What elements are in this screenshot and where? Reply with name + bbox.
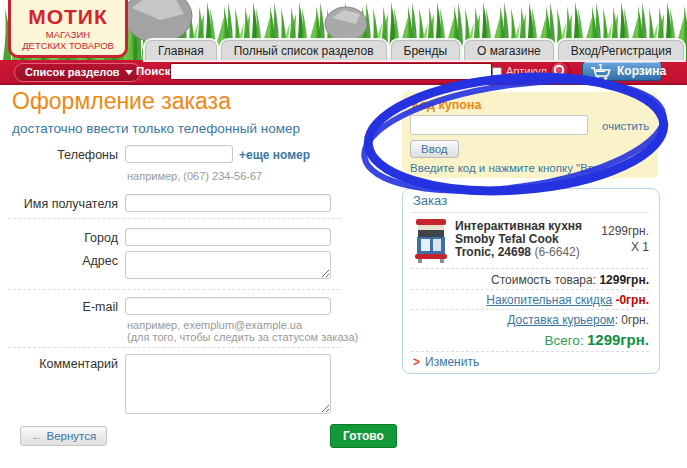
tab-brands[interactable]: Бренды [391,40,460,60]
cumulative-discount-link[interactable]: Накопительная скидка [486,293,612,307]
edit-arrow-icon: > [413,355,420,369]
email-label: E-mail [12,300,118,314]
back-button[interactable]: ←Вернутся [20,426,107,446]
cart-button-label: Корзина [617,64,666,78]
recipient-name-input[interactable] [125,194,331,212]
phones-label: Телефоны [12,148,118,162]
tab-full-section-list[interactable]: Полный список разделов [221,40,387,60]
back-button-label: Вернутся [47,430,97,442]
email-input[interactable] [125,297,331,315]
coupon-title: Код купона [412,98,481,112]
store-logo[interactable]: МОТИК МАГАЗИН ДЕТСКИХ ТОВАРОВ [8,0,128,58]
main-nav: Главная Полный список разделов Бренды О … [145,40,684,60]
page-title: Оформление заказа [12,88,231,115]
edit-order-row: >Изменить [413,355,479,369]
delivery-row: Доставка курьером: 0грн. [507,313,649,327]
comment-label: Комментарий [12,357,118,371]
divider [411,309,649,310]
articul-checkbox[interactable] [492,67,502,77]
add-phone-link[interactable]: +еще номер [239,148,310,162]
subtotal-row: Стоимость товара: 1299грн. [491,273,649,287]
logo-subtitle-1: МАГАЗИН [11,29,125,40]
search-input[interactable] [170,63,492,80]
chevron-down-icon [125,70,133,75]
articul-label: Артикул [506,60,547,83]
coupon-hint: Введите код и нажмите кнопку "Ввод" [410,162,611,174]
total-label: Всего: [544,333,583,348]
coupon-box: Код купона очистить Ввод Введите код и н… [402,92,658,178]
city-input[interactable] [125,228,331,246]
submit-order-button[interactable]: Готово [330,424,397,448]
discount-row: Накопительная скидка -0грн. [486,293,649,307]
discount-value: -0грн. [615,293,649,307]
delivery-value: 0грн. [621,313,649,327]
address-textarea[interactable] [125,251,331,279]
email-hint-2: (для того, чтобы следить за статусом зак… [127,331,358,343]
coupon-clear-link[interactable]: очистить [602,120,649,132]
divider [8,218,340,219]
tab-home[interactable]: Главная [145,40,217,60]
divider [411,212,649,213]
total-value: 1299грн. [587,331,649,348]
divider [411,289,649,290]
coupon-submit-button[interactable]: Ввод [410,140,459,158]
search-label: Поиск [136,60,171,83]
product-name[interactable]: Интерактивная кухня Smoby Tefal Cook Tro… [455,220,587,259]
order-summary-box: Заказ Интерактивная кухня Smoby Tefal Co… [402,188,660,374]
page-subtitle: достаточно ввести только телефонный номе… [12,121,300,136]
address-label: Адрес [12,254,118,268]
divider [8,347,340,348]
toolbar: Список разделов Поиск Артикул 1 Корзина [0,60,687,85]
subtotal-value: 1299грн. [599,273,649,287]
site-header: Главная Полный список разделов Бренды О … [0,0,687,60]
product-quantity: X 1 [631,240,649,254]
cart-button[interactable]: 1 Корзина [582,61,662,81]
recipient-name-label: Имя получателя [12,197,118,211]
tab-about-store[interactable]: О магазине [464,40,554,60]
comment-textarea[interactable] [125,354,331,414]
sections-dropdown-label: Список разделов [25,66,120,78]
order-title: Заказ [413,193,447,208]
cart-count-badge: 1 [596,63,605,72]
phones-input[interactable] [125,145,233,163]
logo-subtitle-2: ДЕТСКИХ ТОВАРОВ [11,40,125,51]
delivery-colon: : [615,313,618,327]
product-thumbnail[interactable] [413,219,449,263]
sections-dropdown-button[interactable]: Список разделов [14,63,141,82]
product-sku: (6-6642) [534,245,579,259]
divider [411,268,649,269]
search-button[interactable] [550,61,571,82]
edit-order-link[interactable]: Изменить [425,355,479,369]
rock-small-icon [325,7,367,41]
subtotal-label: Стоимость товара: [491,273,596,287]
coupon-code-input[interactable] [410,115,588,135]
courier-delivery-link[interactable]: Доставка курьером [507,313,614,327]
search-icon [551,62,570,81]
back-arrow-icon: ← [31,430,43,442]
city-label: Город [12,231,118,245]
logo-title: МОТИК [11,5,125,29]
phones-hint: например, (067) 234-56-67 [127,170,262,182]
total-row: Всего: 1299грн. [544,331,649,348]
product-price: 1299грн. [601,224,649,238]
divider [8,289,340,290]
divider [411,351,649,352]
checkout-page: Главная Полный список разделов Бренды О … [0,0,687,468]
email-hint-1: например, exemplum@example.ua [127,319,302,331]
tab-login-register[interactable]: Вход/Регистрация [558,40,685,60]
